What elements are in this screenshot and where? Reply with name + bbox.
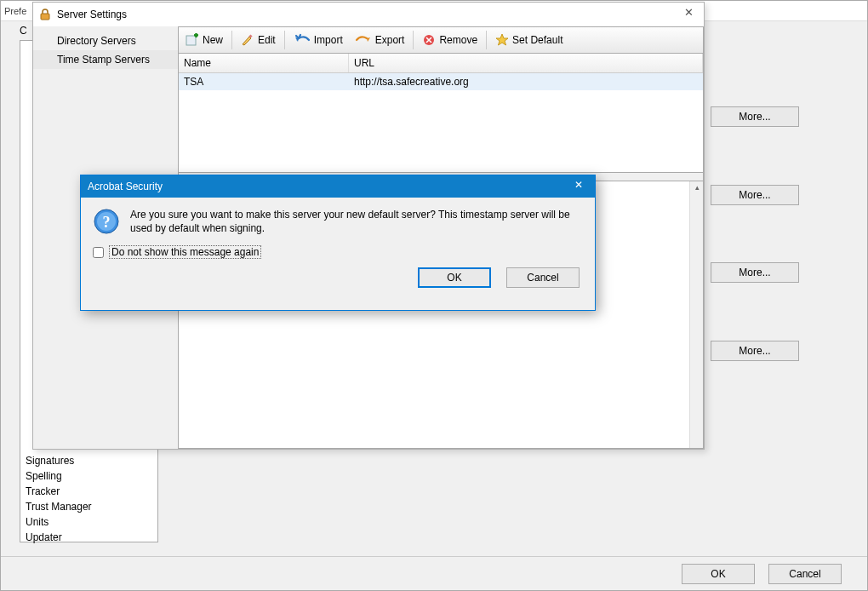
export-button[interactable]: Export [350, 29, 410, 51]
prefs-cancel-button[interactable]: Cancel [768, 564, 842, 584]
remove-label: Remove [439, 34, 477, 46]
remove-icon [422, 33, 436, 47]
import-button[interactable]: Import [288, 29, 348, 51]
question-icon: ? [93, 208, 120, 235]
plus-icon [186, 33, 199, 47]
table-row[interactable]: TSA http://tsa.safecreative.org [179, 73, 703, 90]
preferences-footer: OK Cancel [1, 556, 867, 590]
dont-show-checkbox[interactable] [93, 247, 104, 258]
nav-directory-servers[interactable]: Directory Servers [33, 32, 178, 50]
sidebar-item[interactable]: Trust Manager [20, 499, 157, 514]
nav-time-stamp-servers[interactable]: Time Stamp Servers [33, 50, 178, 69]
set-default-button[interactable]: Set Default [490, 29, 568, 51]
remove-button[interactable]: Remove [417, 29, 483, 51]
table-header: Name URL [179, 54, 703, 73]
sidebar-item[interactable]: Signatures [20, 453, 157, 468]
more-button[interactable]: More... [711, 262, 799, 283]
modal-title: Acrobat Security [88, 181, 163, 192]
categories-label: C [20, 25, 27, 37]
import-arrow-icon [294, 33, 311, 47]
edit-label: Edit [258, 34, 276, 46]
star-icon [495, 33, 509, 47]
sidebar-item[interactable]: Units [20, 514, 157, 530]
dont-show-label[interactable]: Do not show this message again [109, 245, 261, 259]
edit-button[interactable]: Edit [236, 29, 281, 51]
import-label: Import [314, 34, 343, 46]
svg-rect-0 [41, 14, 49, 20]
svg-text:?: ? [103, 214, 111, 231]
svg-rect-1 [186, 36, 196, 45]
close-icon[interactable]: ✕ [569, 179, 588, 194]
server-settings-title: Server Settings [57, 9, 127, 20]
prefs-ok-button[interactable]: OK [682, 564, 755, 584]
modal-ok-button[interactable]: OK [418, 267, 491, 288]
server-settings-titlebar[interactable]: Server Settings ✕ [33, 3, 704, 26]
export-arrow-icon [355, 33, 372, 47]
scroll-up-icon[interactable]: ▴ [690, 181, 704, 195]
sidebar-item[interactable]: Updater [20, 530, 157, 545]
modal-message: Are you sure you want to make this serve… [130, 208, 583, 235]
export-label: Export [375, 34, 405, 46]
close-icon[interactable]: ✕ [678, 6, 699, 23]
cell-url: http://tsa.safecreative.org [349, 73, 703, 90]
sidebar-item[interactable]: Tracker [20, 484, 157, 499]
set-default-label: Set Default [512, 34, 562, 46]
th-name[interactable]: Name [179, 54, 349, 72]
new-button[interactable]: New [180, 29, 228, 51]
modal-titlebar[interactable]: Acrobat Security ✕ [81, 175, 595, 198]
preferences-title: Prefe [4, 6, 26, 16]
lock-icon [38, 8, 52, 21]
sidebar-item[interactable]: Spelling [20, 468, 157, 484]
th-url[interactable]: URL [349, 54, 703, 72]
more-button[interactable]: More... [711, 341, 799, 361]
more-button[interactable]: More... [711, 185, 799, 205]
acrobat-security-dialog: Acrobat Security ✕ ? Are you sure you wa… [80, 175, 596, 311]
server-table: Name URL TSA http://tsa.safecreative.org [178, 54, 704, 173]
cell-name: TSA [179, 73, 349, 90]
scrollbar[interactable]: ▴ [689, 181, 703, 448]
more-button[interactable]: More... [711, 106, 799, 127]
modal-cancel-button[interactable]: Cancel [506, 267, 580, 288]
new-label: New [203, 34, 223, 46]
pencil-icon [241, 33, 254, 47]
server-toolbar: New Edit Import Export [178, 26, 704, 54]
